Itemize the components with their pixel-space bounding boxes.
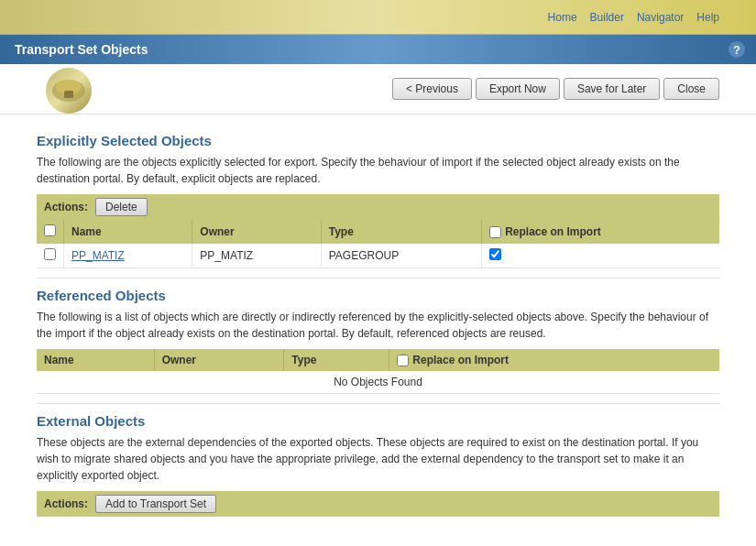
delete-button[interactable]: Delete	[95, 198, 148, 216]
nav-help-link[interactable]: Help	[696, 11, 719, 24]
row-type-cell: PAGEGROUP	[321, 244, 481, 268]
explicit-actions-bar: Actions: Delete	[37, 194, 719, 220]
row-checkbox[interactable]	[44, 248, 56, 260]
top-navigation: Home Builder Navigator Help	[0, 0, 756, 35]
row-select-cell	[37, 244, 64, 268]
external-section: External Objects These objects are the e…	[37, 413, 719, 517]
referenced-table-header: Name Owner Type Replace on Import	[37, 349, 719, 371]
th-name: Name	[64, 220, 192, 244]
external-actions-bar: Actions: Add to Transport Set	[37, 491, 719, 517]
no-objects-cell: No Objects Found	[37, 371, 719, 394]
logo-icon	[46, 68, 92, 114]
explicit-table-header: Name Owner Type Replace on Import	[37, 220, 719, 244]
export-now-button[interactable]: Export Now	[476, 78, 560, 100]
row-owner-cell: PP_MATIZ	[192, 244, 321, 268]
save-for-later-button[interactable]: Save for Later	[564, 78, 660, 100]
row-name-cell: PP_MATIZ	[64, 244, 192, 268]
referenced-section-title: Referenced Objects	[37, 288, 719, 303]
ref-th-type: Type	[284, 349, 389, 371]
row-replace-cell	[482, 244, 719, 268]
add-to-transport-button[interactable]: Add to Transport Set	[95, 495, 216, 513]
explicit-section: Explicitly Selected Objects The followin…	[37, 133, 719, 268]
referenced-table: Name Owner Type Replace on Import No Obj…	[37, 349, 719, 394]
previous-button[interactable]: < Previous	[392, 78, 472, 100]
ref-th-name: Name	[37, 349, 154, 371]
th-owner: Owner	[192, 220, 321, 244]
ref-th-owner: Owner	[154, 349, 284, 371]
ref-replace-all-checkbox[interactable]	[397, 355, 409, 366]
explicit-section-title: Explicitly Selected Objects	[37, 133, 719, 148]
nav-builder-link[interactable]: Builder	[590, 11, 624, 24]
svg-rect-2	[64, 91, 73, 98]
explicit-table: Name Owner Type Replace on Import	[37, 220, 719, 268]
no-objects-row: No Objects Found	[37, 371, 719, 394]
title-bar: Transport Set Objects ?	[0, 35, 756, 64]
th-replace: Replace on Import	[482, 220, 719, 244]
referenced-section-desc: The following is a list of objects which…	[37, 309, 719, 342]
replace-all-checkbox[interactable]	[489, 226, 501, 238]
row-name-link[interactable]: PP_MATIZ	[71, 249, 125, 262]
nav-home-link[interactable]: Home	[548, 11, 577, 24]
main-content: Explicitly Selected Objects The followin…	[0, 115, 756, 546]
external-section-title: External Objects	[37, 413, 719, 429]
select-all-checkbox[interactable]	[44, 224, 56, 236]
close-button[interactable]: Close	[663, 78, 719, 100]
logo-area	[46, 68, 156, 112]
th-type: Type	[321, 220, 481, 244]
header-area: < Previous Export Now Save for Later Clo…	[0, 64, 756, 115]
help-icon[interactable]: ?	[729, 41, 745, 58]
toolbar-buttons: < Previous Export Now Save for Later Clo…	[392, 78, 719, 100]
referenced-section: Referenced Objects The following is a li…	[37, 288, 719, 394]
table-row: PP_MATIZ PP_MATIZ PAGEGROUP	[37, 244, 719, 268]
row-replace-checkbox[interactable]	[489, 248, 501, 260]
explicit-section-desc: The following are the objects explicitly…	[37, 154, 719, 187]
external-section-desc: These objects are the external dependenc…	[37, 434, 719, 484]
nav-navigator-link[interactable]: Navigator	[637, 11, 684, 24]
explicit-actions-label: Actions:	[44, 201, 88, 213]
th-select-all[interactable]	[37, 220, 64, 244]
page-title: Transport Set Objects	[15, 42, 148, 57]
external-actions-label: Actions:	[44, 497, 88, 510]
ref-th-replace: Replace on Import	[389, 349, 719, 371]
